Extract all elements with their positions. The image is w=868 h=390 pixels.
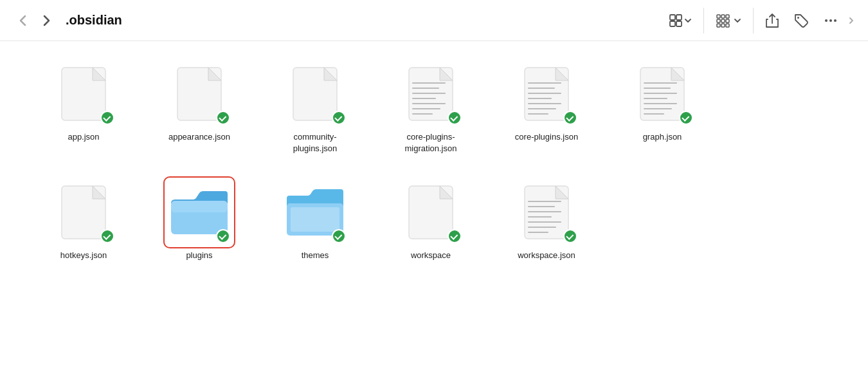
file-item-workspace[interactable]: workspace [386,180,476,261]
sync-badge [563,111,577,125]
share-button[interactable] [760,9,784,32]
item-icon-wrapper [51,180,116,245]
sync-badge [216,111,230,125]
sync-badge [448,111,462,125]
file-label: app.json [68,131,99,143]
file-label: plugins [186,250,212,261]
file-label: hotkeys.json [60,250,107,261]
file-item-appearance-json[interactable]: appearance.json [154,62,244,143]
file-label: core-plugins- migration.json [405,131,457,154]
file-label: workspace.json [518,250,575,261]
file-item-core-plugins-migration-json[interactable]: core-plugins- migration.json [386,62,476,154]
list-view-button[interactable] [710,10,746,32]
file-item-core-plugins-json[interactable]: core-plugins.json [502,62,592,143]
svg-rect-12 [726,24,729,27]
svg-point-16 [834,19,836,22]
sync-badge [332,229,346,243]
sync-badge [448,229,462,243]
svg-rect-2 [670,21,675,26]
file-label: graph.json [643,131,682,143]
sync-badge [332,111,346,125]
toolbar-divider [703,8,704,33]
item-icon-wrapper [283,180,347,245]
forward-button[interactable] [37,12,57,30]
file-grid: app.jsonappearance.jsoncommunity- plugin… [0,41,868,283]
file-item-app-json[interactable]: app.json [39,62,129,143]
svg-rect-4 [717,15,720,18]
file-item-themes[interactable]: themes [270,180,360,261]
item-icon-wrapper [630,62,694,126]
file-label: core-plugins.json [515,131,578,143]
svg-point-15 [829,19,832,22]
file-item-graph-json[interactable]: graph.json [617,62,707,143]
sync-badge [679,111,693,125]
file-label: community- plugins.json [293,131,338,154]
toolbar: .obsidian [0,0,868,41]
more-button[interactable] [818,9,844,32]
sync-badge [216,229,230,243]
sync-badge [100,111,114,125]
svg-point-14 [825,19,827,22]
svg-rect-6 [726,15,729,18]
file-label: themes [302,250,329,261]
sync-badge [100,229,114,243]
svg-rect-8 [721,19,725,23]
page-title: .obsidian [66,13,122,28]
item-icon-wrapper [283,62,347,126]
item-icon-wrapper [514,180,579,245]
toolbar-actions [664,8,855,33]
file-item-community-plugins-json[interactable]: community- plugins.json [270,62,360,154]
svg-rect-0 [670,15,675,20]
file-label: appearance.json [168,131,230,143]
back-button[interactable] [13,12,32,30]
svg-point-13 [797,17,799,19]
svg-rect-46 [171,201,228,212]
item-icon-wrapper [51,62,116,126]
svg-rect-9 [726,19,729,23]
svg-rect-48 [291,207,339,232]
file-row-2: hotkeys.jsonpluginsthemesworkspaceworksp… [39,180,829,261]
item-icon-wrapper [514,62,579,126]
item-icon-wrapper [399,62,463,126]
item-icon-wrapper [167,62,231,126]
svg-rect-3 [676,21,682,26]
file-item-workspace-json[interactable]: workspace.json [502,180,592,261]
icon-view-button[interactable] [664,10,697,32]
file-item-hotkeys-json[interactable]: hotkeys.json [39,180,129,261]
svg-rect-11 [721,24,725,27]
item-icon-wrapper [399,180,463,245]
file-label: workspace [411,250,451,261]
file-row-1: app.jsonappearance.jsoncommunity- plugin… [39,62,829,154]
item-icon-wrapper [167,180,231,245]
toolbar-divider-2 [753,8,754,33]
svg-rect-1 [676,15,682,20]
svg-rect-10 [717,24,720,27]
file-item-plugins[interactable]: plugins [154,180,244,261]
svg-rect-5 [721,15,725,18]
chevron-right-icon [847,17,855,24]
tag-button[interactable] [788,9,814,32]
svg-rect-7 [717,19,720,23]
sync-badge [563,229,577,243]
